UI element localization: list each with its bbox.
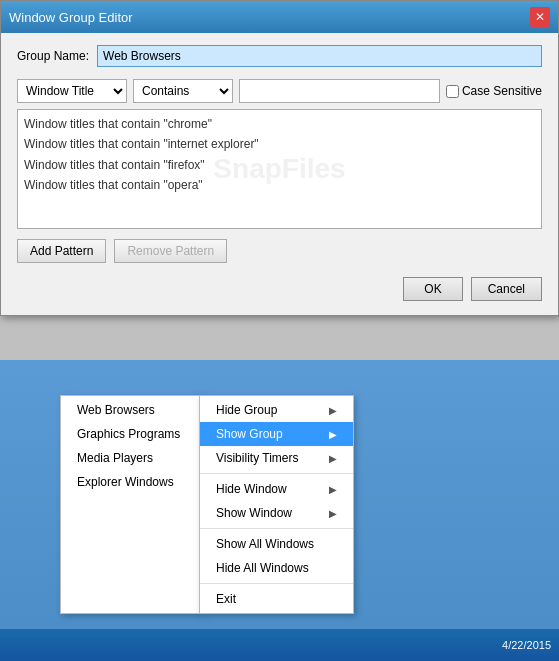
action-show-group[interactable]: Show Group ▶	[200, 422, 353, 446]
action-hide-group-label: Hide Group	[216, 403, 277, 417]
action-show-window-label: Show Window	[216, 506, 292, 520]
dialog-titlebar: Window Group Editor ✕	[1, 1, 558, 33]
actions-context-menu: Hide Group ▶ Show Group ▶ Visibility Tim…	[199, 395, 354, 614]
hide-group-arrow-icon: ▶	[329, 405, 337, 416]
condition-select[interactable]: Contains Equals Starts With Ends With Re…	[133, 79, 233, 103]
ok-button[interactable]: OK	[403, 277, 462, 301]
dialog-title: Window Group Editor	[9, 10, 133, 25]
action-hide-window[interactable]: Hide Window ▶	[200, 477, 353, 501]
dialog-body: Group Name: Window Title Process Name Cl…	[1, 33, 558, 315]
group-item-explorer-windows[interactable]: Explorer Windows	[61, 470, 199, 494]
action-show-all-windows[interactable]: Show All Windows	[200, 532, 353, 556]
group-name-input[interactable]	[97, 45, 542, 67]
pattern-item-3[interactable]: Window titles that contain "firefox"	[24, 155, 535, 175]
action-hide-group[interactable]: Hide Group ▶	[200, 398, 353, 422]
visibility-timers-arrow-icon: ▶	[329, 453, 337, 464]
remove-pattern-button[interactable]: Remove Pattern	[114, 239, 227, 263]
group-name-row: Group Name:	[17, 45, 542, 67]
dialog-close-button[interactable]: ✕	[530, 7, 550, 27]
bottom-area: Web Browsers Graphics Programs Media Pla…	[0, 360, 559, 661]
pattern-item-4[interactable]: Window titles that contain "opera"	[24, 175, 535, 195]
pattern-item-1[interactable]: Window titles that contain "chrome"	[24, 114, 535, 134]
cancel-button[interactable]: Cancel	[471, 277, 542, 301]
group-item-media-players[interactable]: Media Players	[61, 446, 199, 470]
action-hide-window-label: Hide Window	[216, 482, 287, 496]
group-name-label: Group Name:	[17, 49, 89, 63]
hide-window-arrow-icon: ▶	[329, 484, 337, 495]
action-visibility-timers[interactable]: Visibility Timers ▶	[200, 446, 353, 470]
case-sensitive-label: Case Sensitive	[462, 84, 542, 98]
patterns-list[interactable]: Window titles that contain "chrome" Wind…	[17, 109, 542, 229]
pattern-item-2[interactable]: Window titles that contain "internet exp…	[24, 134, 535, 154]
show-group-arrow-icon: ▶	[329, 429, 337, 440]
groups-context-menu: Web Browsers Graphics Programs Media Pla…	[60, 395, 200, 614]
dialog-footer: OK Cancel	[17, 275, 542, 301]
action-show-window[interactable]: Show Window ▶	[200, 501, 353, 525]
taskbar-time: 4/22/2015	[502, 639, 551, 651]
group-item-graphics-programs[interactable]: Graphics Programs	[61, 422, 199, 446]
window-group-editor-dialog: Window Group Editor ✕ Group Name: Window…	[0, 0, 559, 316]
action-hide-all-windows[interactable]: Hide All Windows	[200, 556, 353, 580]
show-window-arrow-icon: ▶	[329, 508, 337, 519]
ctx-separator-3	[200, 583, 353, 584]
filter-text-input[interactable]	[239, 79, 440, 103]
case-sensitive-wrap: Case Sensitive	[446, 84, 542, 98]
taskbar: 4/22/2015	[0, 629, 559, 661]
field-select[interactable]: Window Title Process Name Class Name	[17, 79, 127, 103]
ctx-separator-2	[200, 528, 353, 529]
group-item-web-browsers[interactable]: Web Browsers	[61, 398, 199, 422]
context-menu-wrap: Web Browsers Graphics Programs Media Pla…	[60, 395, 354, 614]
action-exit[interactable]: Exit	[200, 587, 353, 611]
patterns-buttons: Add Pattern Remove Pattern	[17, 239, 542, 263]
filter-row: Window Title Process Name Class Name Con…	[17, 79, 542, 103]
action-visibility-timers-label: Visibility Timers	[216, 451, 298, 465]
ctx-separator-1	[200, 473, 353, 474]
action-show-group-label: Show Group	[216, 427, 283, 441]
add-pattern-button[interactable]: Add Pattern	[17, 239, 106, 263]
case-sensitive-checkbox[interactable]	[446, 85, 459, 98]
